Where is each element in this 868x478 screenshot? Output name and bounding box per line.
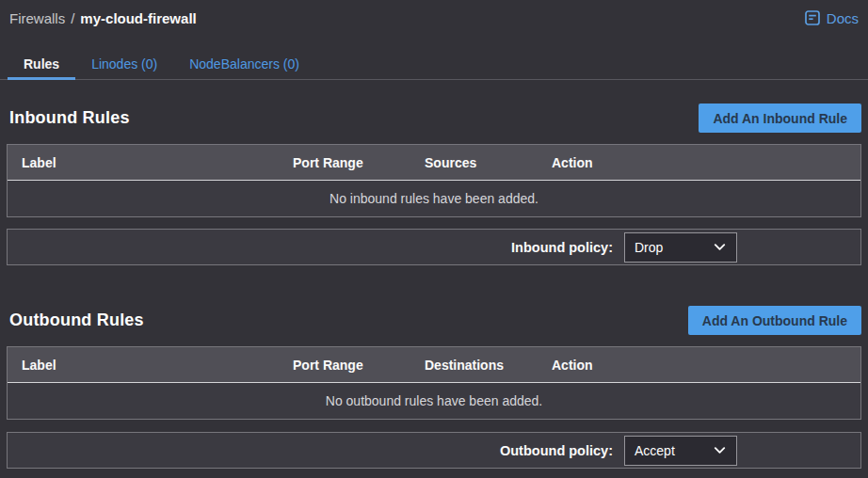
page-header: Firewalls / my-cloud-firewall Docs: [0, 0, 868, 26]
outbound-rules-title: Outbound Rules: [7, 311, 144, 330]
inbound-table-header: Label Port Range Sources Action: [8, 145, 860, 181]
add-outbound-rule-button[interactable]: Add An Outbound Rule: [688, 306, 861, 335]
chevron-down-icon: [713, 443, 727, 457]
docs-document-icon: [804, 9, 821, 26]
inbound-col-action: Action: [552, 155, 860, 170]
inbound-policy-label: Inbound policy:: [511, 240, 613, 255]
outbound-empty-row: No outbound rules have been added.: [8, 383, 860, 419]
docs-link-label: Docs: [827, 10, 859, 26]
outbound-col-port-range: Port Range: [293, 358, 425, 373]
add-inbound-rule-button[interactable]: Add An Inbound Rule: [699, 104, 861, 133]
inbound-policy-select[interactable]: Drop: [624, 232, 737, 263]
outbound-col-action: Action: [552, 358, 860, 373]
inbound-rules-title: Inbound Rules: [7, 108, 130, 128]
outbound-policy-select[interactable]: Accept: [624, 436, 737, 466]
docs-link[interactable]: Docs: [804, 9, 859, 26]
inbound-col-label: Label: [22, 155, 293, 170]
tab-bar: Rules Linodes (0) NodeBalancers (0): [0, 49, 868, 80]
inbound-section-header: Inbound Rules Add An Inbound Rule: [7, 104, 861, 133]
tab-nodebalancers[interactable]: NodeBalancers (0): [173, 49, 315, 80]
inbound-empty-row: No inbound rules have been added.: [8, 181, 860, 216]
chevron-down-icon: [713, 240, 727, 254]
outbound-section-header: Outbound Rules Add An Outbound Rule: [7, 306, 861, 335]
outbound-col-label: Label: [22, 358, 293, 373]
inbound-policy-value: Drop: [635, 240, 663, 255]
outbound-col-destinations: Destinations: [425, 358, 552, 373]
outbound-rules-table: Label Port Range Destinations Action No …: [7, 346, 861, 420]
inbound-policy-row: Inbound policy: Drop: [7, 229, 861, 265]
breadcrumb: Firewalls / my-cloud-firewall: [9, 10, 197, 26]
inbound-col-sources: Sources: [425, 155, 552, 170]
outbound-policy-row: Outbound policy: Accept: [7, 432, 861, 469]
tab-linodes[interactable]: Linodes (0): [75, 49, 173, 80]
outbound-policy-label: Outbound policy:: [500, 443, 613, 458]
breadcrumb-firewalls-link[interactable]: Firewalls: [9, 10, 65, 26]
inbound-rules-table: Label Port Range Sources Action No inbou…: [7, 144, 861, 217]
breadcrumb-separator: /: [71, 10, 74, 26]
outbound-table-header: Label Port Range Destinations Action: [8, 347, 860, 383]
main-content: Inbound Rules Add An Inbound Rule Label …: [0, 104, 868, 469]
tab-rules[interactable]: Rules: [8, 49, 75, 80]
outbound-policy-value: Accept: [635, 443, 675, 458]
inbound-col-port-range: Port Range: [293, 155, 425, 170]
breadcrumb-current-firewall: my-cloud-firewall: [80, 10, 196, 26]
